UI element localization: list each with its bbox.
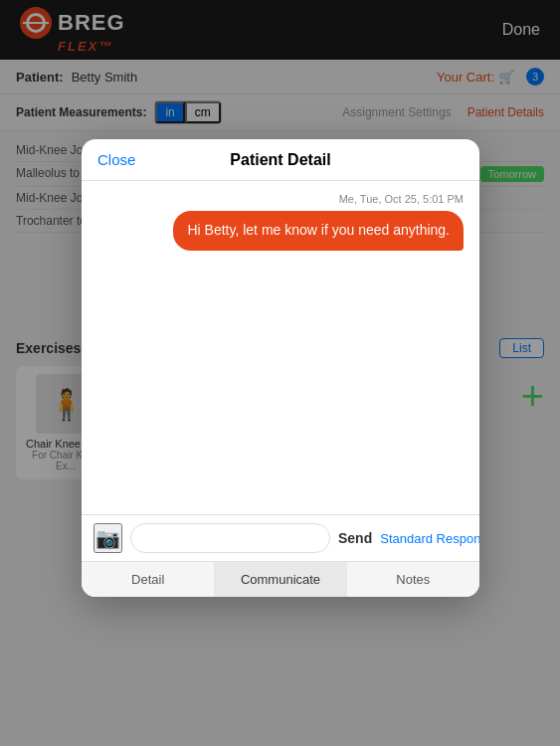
chat-area: Me, Tue, Oct 25, 5:01 PM Hi Betty, let m… [82,181,479,514]
patient-detail-modal: Close Patient Detail Me, Tue, Oct 25, 5:… [82,139,479,597]
modal-tabs: Detail Communicate Notes [82,561,479,597]
camera-icon: 📷 [95,526,120,550]
send-button[interactable]: Send [338,530,372,546]
message-input-area: 📷 Send Standard Responses [82,514,479,561]
communicate-tab[interactable]: Communicate [214,562,346,597]
detail-tab[interactable]: Detail [82,562,214,597]
close-button[interactable]: Close [97,151,135,168]
standard-responses-button[interactable]: Standard Responses [380,531,479,546]
chat-bubble: Hi Betty, let me know if you need anythi… [173,211,464,251]
chat-timestamp: Me, Tue, Oct 25, 5:01 PM [97,193,464,205]
modal-title: Patient Detail [230,151,330,169]
camera-button[interactable]: 📷 [93,523,122,553]
message-input[interactable] [130,523,330,553]
modal-header: Close Patient Detail [82,139,479,181]
notes-tab[interactable]: Notes [347,562,479,597]
